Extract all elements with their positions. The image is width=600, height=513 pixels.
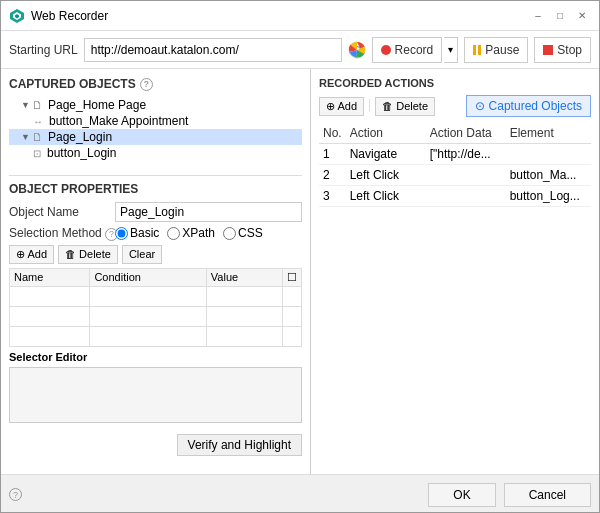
- col-value-header: Value: [206, 268, 282, 286]
- delete-condition-button[interactable]: 🗑 Delete: [58, 245, 118, 264]
- footer: ? OK Cancel: [1, 474, 599, 513]
- selector-editor-title: Selector Editor: [9, 351, 302, 363]
- record-btn-group: Record ▾: [372, 37, 459, 63]
- katalon-logo-icon: [9, 8, 25, 24]
- conditions-table: Name Condition Value ☐: [9, 268, 302, 347]
- captured-objects-section: CAPTURED OBJECTS ? ▼ 🗋 Page_Home Page ↔ …: [9, 77, 302, 161]
- object-name-label: Object Name: [9, 205, 109, 219]
- col-action-header: Action: [346, 123, 426, 144]
- title-bar: Web Recorder – □ ✕: [1, 1, 599, 31]
- col-data-header: Action Data: [426, 123, 506, 144]
- recorded-actions-header: RECORDED ACTIONS: [319, 77, 591, 89]
- tree-item-btn-make[interactable]: ↔ button_Make Appointment: [9, 113, 302, 129]
- tree-item-btn-login[interactable]: ⊡ button_Login: [9, 145, 302, 161]
- minimize-button[interactable]: –: [529, 7, 547, 25]
- ok-button[interactable]: OK: [428, 483, 495, 507]
- clear-condition-button[interactable]: Clear: [122, 245, 162, 264]
- conditions-toolbar: ⊕ Add 🗑 Delete Clear: [9, 245, 302, 264]
- delete-action-button[interactable]: 🗑 Delete: [375, 97, 435, 116]
- captured-objects-icon: ⊙: [475, 99, 485, 113]
- table-row-empty-2: [10, 306, 302, 326]
- title-bar-left: Web Recorder: [9, 8, 108, 24]
- selection-method-row: Selection Method ? Basic XPath CSS: [9, 226, 302, 241]
- object-name-row: Object Name: [9, 202, 302, 222]
- pause-button[interactable]: Pause: [464, 37, 528, 63]
- record-button[interactable]: Record: [372, 37, 443, 63]
- page-icon-2: 🗋: [32, 131, 43, 143]
- window-title: Web Recorder: [31, 9, 108, 23]
- actions-toolbar: RECORDED ACTIONS: [319, 77, 434, 89]
- button-icon: ⊡: [33, 148, 41, 159]
- expand-icon-2: ▼: [21, 132, 29, 142]
- tree-item-page-home[interactable]: ▼ 🗋 Page_Home Page: [9, 97, 302, 113]
- captured-objects-help-icon[interactable]: ?: [140, 78, 153, 91]
- table-row-empty-1: [10, 286, 302, 306]
- object-name-input[interactable]: [115, 202, 302, 222]
- radio-css[interactable]: CSS: [223, 226, 263, 240]
- add-action-button[interactable]: ⊕ Add: [319, 97, 364, 116]
- action-row-1[interactable]: 1 Navigate ["http://de...: [319, 144, 591, 165]
- record-dot-icon: [381, 45, 391, 55]
- col-no-header: No.: [319, 123, 346, 144]
- stop-icon: [543, 45, 553, 55]
- radio-xpath[interactable]: XPath: [167, 226, 215, 240]
- col-condition-header: Condition: [90, 268, 206, 286]
- object-properties-title: OBJECT PROPERTIES: [9, 182, 302, 196]
- record-dropdown-button[interactable]: ▾: [444, 37, 458, 63]
- radio-basic[interactable]: Basic: [115, 226, 159, 240]
- left-panel: CAPTURED OBJECTS ? ▼ 🗋 Page_Home Page ↔ …: [1, 69, 311, 474]
- footer-buttons: OK Cancel: [428, 483, 591, 507]
- object-properties-section: OBJECT PROPERTIES Object Name Selection …: [9, 182, 302, 466]
- recorded-actions-title: RECORDED ACTIONS: [319, 77, 434, 89]
- divider-1: [9, 175, 302, 176]
- col-name-header: Name: [10, 268, 90, 286]
- cancel-button[interactable]: Cancel: [504, 483, 591, 507]
- col-element-header: Element: [506, 123, 591, 144]
- window-controls: – □ ✕: [529, 7, 591, 25]
- table-row-empty-3: [10, 326, 302, 346]
- link-icon: ↔: [33, 116, 43, 127]
- url-label: Starting URL: [9, 43, 78, 57]
- stop-button[interactable]: Stop: [534, 37, 591, 63]
- selector-textarea[interactable]: [9, 367, 302, 423]
- footer-help-icon[interactable]: ?: [9, 488, 22, 501]
- right-panel: RECORDED ACTIONS ⊕ Add | 🗑 Delete ⊙ Capt…: [311, 69, 599, 474]
- pause-icon: [473, 45, 481, 55]
- maximize-button[interactable]: □: [551, 7, 569, 25]
- captured-objects-title: CAPTURED OBJECTS ?: [9, 77, 302, 91]
- captured-objects-button[interactable]: ⊙ Captured Objects: [466, 95, 591, 117]
- page-icon: 🗋: [32, 99, 43, 111]
- action-row-2[interactable]: 2 Left Click button_Ma...: [319, 165, 591, 186]
- add-condition-button[interactable]: ⊕ Add: [9, 245, 54, 264]
- col-check-header: ☐: [283, 268, 302, 286]
- verify-button[interactable]: Verify and Highlight: [177, 434, 302, 456]
- actions-table: No. Action Action Data Element 1 Navigat…: [319, 123, 591, 207]
- main-content: CAPTURED OBJECTS ? ▼ 🗋 Page_Home Page ↔ …: [1, 69, 599, 474]
- radio-group: Basic XPath CSS: [115, 226, 263, 240]
- toolbar: Starting URL Record ▾ Pause Stop: [1, 31, 599, 69]
- close-button[interactable]: ✕: [573, 7, 591, 25]
- expand-icon: ▼: [21, 100, 29, 110]
- tree-view: ▼ 🗋 Page_Home Page ↔ button_Make Appoint…: [9, 97, 302, 161]
- selector-section: Selector Editor Verify and Highlight: [9, 351, 302, 456]
- chrome-icon: [348, 41, 366, 59]
- actions-table-header: No. Action Action Data Element: [319, 123, 591, 144]
- selection-method-label: Selection Method ?: [9, 226, 109, 241]
- tree-item-page-login[interactable]: ▼ 🗋 Page_Login: [9, 129, 302, 145]
- action-row-3[interactable]: 3 Left Click button_Log...: [319, 186, 591, 207]
- url-input[interactable]: [84, 38, 342, 62]
